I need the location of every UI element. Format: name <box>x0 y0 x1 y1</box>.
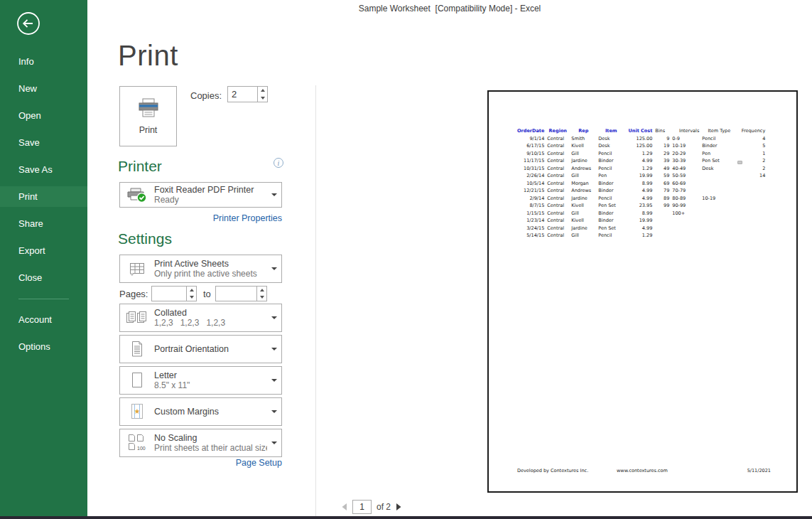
table-cell: Kivell <box>570 217 597 225</box>
table-row: 2/9/14CentralJardinePencil4.998980-8910-… <box>516 195 767 203</box>
table-cell: Jardine <box>570 157 597 165</box>
dropdown-subtitle: Only print the active sheets <box>154 269 267 279</box>
table-cell: Pencil <box>597 165 625 173</box>
sidebar-item-label: Export <box>18 245 45 256</box>
table-cell: Central <box>546 142 570 150</box>
column-header: Item <box>597 127 625 135</box>
sidebar-item-share[interactable]: Share <box>0 210 87 237</box>
previous-page-icon[interactable] <box>341 503 347 511</box>
sidebar-item-close[interactable]: Close <box>0 264 87 291</box>
sidebar-item-open[interactable]: Open <box>0 102 87 129</box>
setting-dropdown-no-scaling[interactable]: 100No ScalingPrint sheets at their actua… <box>119 429 282 457</box>
sidebar-item-new[interactable]: New <box>0 75 87 102</box>
column-header: Intervals <box>671 127 700 135</box>
sidebar-item-options[interactable]: Options <box>0 333 87 360</box>
setting-dropdown-letter[interactable]: Letter8.5" x 11" <box>119 366 282 395</box>
next-page-icon[interactable] <box>396 503 402 511</box>
sidebar-item-save-as[interactable]: Save As <box>0 156 87 183</box>
pages-from-input[interactable] <box>152 287 186 301</box>
table-cell: 4.99 <box>625 187 654 195</box>
chevron-down-icon <box>267 193 281 196</box>
copies-input[interactable] <box>228 87 257 102</box>
table-cell: 8.99 <box>625 180 654 188</box>
printer-properties-link[interactable]: Printer Properties <box>213 213 282 223</box>
table-row: 12/21/15CentralAndrewsBinder4.997970-79 <box>516 187 767 195</box>
page-count-label: of 2 <box>377 502 391 512</box>
print-active-sheets-icon <box>120 260 154 277</box>
chevron-down-icon <box>267 316 281 319</box>
footer-left-text: Developed by Contextures Inc. <box>517 468 588 473</box>
table-cell: 50-59 <box>671 172 700 180</box>
table-cell: 1 <box>737 150 767 158</box>
sidebar-item-print[interactable]: Print <box>0 186 87 207</box>
table-cell: Gill <box>570 150 597 158</box>
sidebar-item-export[interactable]: Export <box>0 237 87 264</box>
sidebar-item-label: Share <box>18 218 43 229</box>
printer-select[interactable]: Foxit Reader PDF Printer Ready <box>119 182 282 208</box>
table-cell: 1.29 <box>625 232 654 240</box>
table-cell <box>700 187 737 195</box>
table-row: 9/1/14CentralSmithDesk125.0090-9Pencil4 <box>516 135 767 143</box>
table-cell: 2/9/14 <box>516 195 546 203</box>
copies-decrement-icon[interactable] <box>258 95 267 102</box>
table-cell: 20-29 <box>671 150 700 158</box>
table-row: 10/5/14CentralMorganBinder8.996960-69 <box>516 180 767 188</box>
setting-dropdown-custom-margins[interactable]: ★Custom Margins <box>119 397 282 426</box>
page-setup-link[interactable]: Page Setup <box>236 458 282 468</box>
table-cell: 0-9 <box>671 135 700 143</box>
pages-from-increment-icon[interactable] <box>187 287 196 294</box>
embedded-object-artifact <box>737 161 742 164</box>
column-header: Item Type <box>700 127 737 135</box>
back-button[interactable] <box>16 11 41 36</box>
table-cell: 19.99 <box>625 172 654 180</box>
pages-to-input[interactable] <box>216 287 256 301</box>
letter-icon <box>120 371 154 390</box>
setting-dropdown-print-active-sheets[interactable]: Print Active SheetsOnly print the active… <box>119 255 282 283</box>
table-cell <box>737 187 767 195</box>
pages-from-decrement-icon[interactable] <box>187 294 196 301</box>
pages-to-increment-icon[interactable] <box>257 287 266 294</box>
table-cell: Central <box>546 157 570 165</box>
table-cell: Gill <box>570 172 597 180</box>
table-row: 3/24/15CentralJardinePen Set4.99 <box>516 225 767 232</box>
info-icon[interactable]: i <box>274 158 283 168</box>
window-title: Sample Worksheet [Compatibility Mode] - … <box>359 4 541 14</box>
pages-to-decrement-icon[interactable] <box>257 294 266 301</box>
table-cell <box>654 232 671 240</box>
sidebar-item-save[interactable]: Save <box>0 129 87 156</box>
no-scaling-icon: 100 <box>120 434 154 452</box>
copies-increment-icon[interactable] <box>258 87 267 95</box>
column-header: Region <box>546 127 570 135</box>
table-cell: Morgan <box>570 180 597 188</box>
chevron-down-icon <box>267 379 281 382</box>
backstage-sidebar: InfoNewOpenSaveSave AsPrintShareExportCl… <box>0 0 87 516</box>
table-cell: Andrews <box>570 165 597 173</box>
table-cell: Jardine <box>570 225 597 232</box>
table-cell: Smith <box>570 135 597 143</box>
column-header: Rep <box>570 127 597 135</box>
page-title: Print <box>118 40 178 72</box>
setting-dropdown-portrait-orientation[interactable]: Portrait Orientation <box>119 335 282 363</box>
table-cell: Binder <box>597 210 625 218</box>
chevron-down-icon <box>267 442 281 444</box>
table-cell: Central <box>546 195 570 203</box>
margins-icon: ★ <box>120 402 154 421</box>
table-cell <box>654 225 671 232</box>
current-page-input[interactable] <box>352 500 372 514</box>
print-button[interactable]: Print <box>119 86 177 146</box>
dropdown-title: Custom Margins <box>154 407 267 417</box>
sidebar-item-info[interactable]: Info <box>0 48 87 75</box>
table-cell: Binder <box>700 142 737 150</box>
table-cell: 19 <box>654 142 671 150</box>
pages-from-stepper <box>151 286 197 301</box>
table-cell <box>700 217 737 225</box>
table-row: 2/26/14CentralGillPen19.995950-5914 <box>516 172 767 180</box>
table-cell: 90-99 <box>671 202 700 210</box>
table-cell: 4.99 <box>625 157 654 165</box>
table-cell: Binder <box>597 187 625 195</box>
table-cell: 1.29 <box>625 150 654 158</box>
sidebar-item-account[interactable]: Account <box>0 306 87 333</box>
setting-dropdown-collated[interactable]: Collated1,2,3 1,2,3 1,2,3 <box>119 304 282 332</box>
table-cell <box>737 180 767 188</box>
back-arrow-icon <box>16 26 41 38</box>
